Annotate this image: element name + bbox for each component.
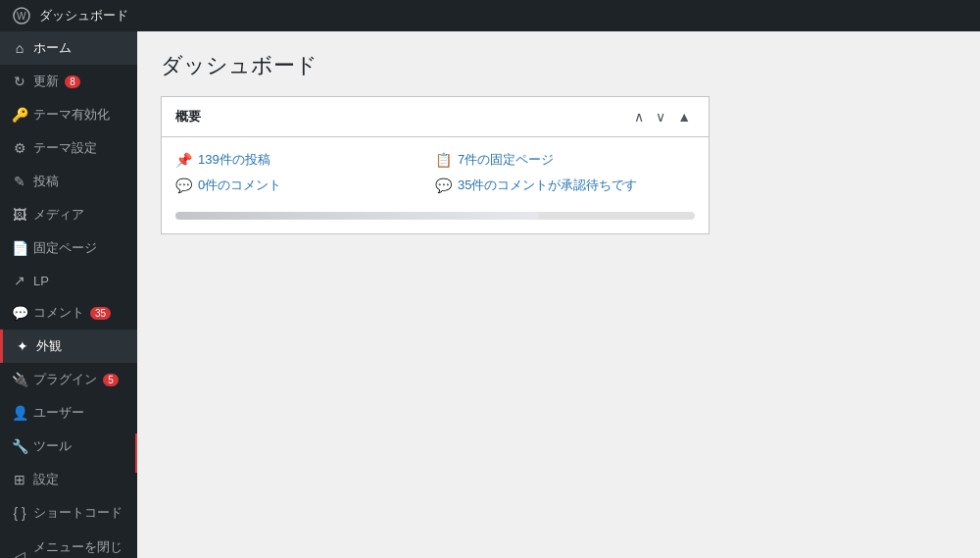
update-icon: ↻	[12, 74, 27, 89]
overview-widget: 概要 ∧ ∨ ▲ 📌 139件の投稿 💬	[161, 96, 710, 234]
sidebar-item-media[interactable]: 🖼 メディア	[0, 198, 137, 231]
sidebar-item-theme-activate[interactable]: 🔑 テーマ有効化	[0, 98, 137, 131]
wp-logo: W	[12, 6, 31, 25]
stat-posts: 📌 139件の投稿	[175, 151, 435, 169]
theme-activate-label: テーマ有効化	[33, 106, 110, 124]
stat-col-left: 📌 139件の投稿 💬 0件のコメント	[175, 151, 435, 202]
stat-pending-comments: 💬 35件のコメントが承認待ちです	[435, 177, 695, 194]
comments-label: コメント	[33, 304, 84, 322]
main-layout: ⌂ ホーム ↻ 更新 8 🔑 テーマ有効化 ⚙ テーマ設定 ✎ 投稿 🖼 メディ…	[0, 31, 980, 558]
sidebar-item-close-menu[interactable]: ◁ メニューを閉じる	[0, 530, 137, 558]
shortcode-label: ショートコード	[33, 504, 122, 522]
progress-bar	[175, 212, 695, 220]
sidebar-item-updates[interactable]: ↻ 更新 8	[0, 65, 137, 98]
comments-stat-link[interactable]: 0件のコメント	[198, 177, 281, 194]
widget-collapse-down-button[interactable]: ∨	[652, 107, 669, 127]
svg-text:W: W	[17, 11, 26, 22]
stat-col-right: 📋 7件の固定ページ 💬 35件のコメントが承認待ちです	[435, 151, 695, 202]
stat-fixed-pages: 📋 7件の固定ページ	[435, 151, 695, 169]
media-label: メディア	[33, 206, 84, 224]
sidebar-item-appearance-wrapper: ✦ 外観 テーマ 3 パターン カスタマイズ	[0, 330, 137, 363]
comment-icon: 💬	[175, 178, 192, 193]
pending-comments-stat-link[interactable]: 35件のコメントが承認待ちです	[458, 177, 637, 194]
pending-comment-icon: 💬	[435, 178, 452, 193]
sidebar-item-shortcode[interactable]: { } ショートコード	[0, 496, 137, 530]
progress-bar-fill	[175, 212, 539, 220]
plugins-icon: 🔌	[12, 372, 27, 387]
media-icon: 🖼	[12, 207, 27, 223]
users-label: ユーザー	[33, 404, 84, 422]
stat-row: 📌 139件の投稿 💬 0件のコメント 📋 7件の固定ページ	[175, 151, 695, 202]
home-label: ホーム	[33, 39, 72, 57]
close-menu-icon: ◁	[12, 548, 27, 558]
page-title: ダッシュボード	[161, 51, 956, 80]
update-label: 更新	[33, 73, 59, 90]
widget-collapse-up-button[interactable]: ∧	[630, 107, 648, 127]
settings-label: 設定	[33, 471, 59, 488]
comments-badge: 35	[90, 307, 111, 320]
sidebar-item-plugins[interactable]: 🔌 プラグイン 5	[0, 363, 137, 396]
sidebar-item-comments[interactable]: 💬 コメント 35	[0, 296, 137, 330]
appearance-label: 外観	[36, 337, 62, 355]
stat-comments: 💬 0件のコメント	[175, 177, 435, 194]
pages-icon: 📄	[12, 240, 27, 256]
plugins-badge: 5	[103, 374, 119, 386]
main-content: ダッシュボード 概要 ∧ ∨ ▲ 📌 139件の投稿	[137, 31, 980, 558]
sidebar-item-appearance[interactable]: ✦ 外観	[0, 330, 137, 363]
pages-stat-icon: 📋	[435, 152, 452, 168]
sidebar-item-lp[interactable]: ↗ LP	[0, 265, 137, 296]
sidebar-item-settings[interactable]: ⊞ 設定	[0, 463, 137, 496]
widget-controls: ∧ ∨ ▲	[630, 107, 695, 127]
widget-title: 概要	[175, 108, 201, 126]
pages-label: 固定ページ	[33, 239, 97, 257]
comments-icon: 💬	[12, 305, 27, 321]
gear-icon: ⚙	[12, 140, 27, 156]
theme-activate-icon: 🔑	[12, 107, 27, 123]
widget-toggle-button[interactable]: ▲	[673, 107, 695, 127]
posts-icon: ✎	[12, 174, 27, 189]
widget-box-header: 概要 ∧ ∨ ▲	[162, 97, 709, 137]
lp-icon: ↗	[12, 273, 27, 288]
posts-stat-link[interactable]: 139件の投稿	[198, 151, 270, 169]
posts-label: 投稿	[33, 173, 59, 190]
admin-bar: W ダッシュボード	[0, 0, 980, 31]
update-badge: 8	[65, 76, 80, 88]
sidebar-item-tools[interactable]: 🔧 ツール	[0, 430, 137, 463]
tools-label: ツール	[33, 437, 72, 455]
users-icon: 👤	[12, 405, 27, 421]
appearance-icon: ✦	[15, 338, 30, 354]
close-menu-label: メニューを閉じる	[33, 538, 125, 558]
admin-bar-title: ダッシュボード	[39, 7, 128, 25]
theme-settings-label: テーマ設定	[33, 139, 97, 157]
fixed-pages-stat-link[interactable]: 7件の固定ページ	[458, 151, 554, 169]
sidebar-item-home[interactable]: ⌂ ホーム	[0, 31, 137, 65]
lp-label: LP	[33, 274, 49, 288]
settings-icon: ⊞	[12, 472, 27, 487]
sidebar-item-theme-settings[interactable]: ⚙ テーマ設定	[0, 131, 137, 165]
shortcode-icon: { }	[12, 505, 27, 521]
home-icon: ⌂	[12, 40, 27, 56]
plugins-label: プラグイン	[33, 371, 97, 388]
pin-icon: 📌	[175, 152, 192, 168]
sidebar-item-posts[interactable]: ✎ 投稿	[0, 165, 137, 198]
tools-icon: 🔧	[12, 438, 27, 454]
widget-box-content: 📌 139件の投稿 💬 0件のコメント 📋 7件の固定ページ	[162, 137, 709, 233]
sidebar-item-pages[interactable]: 📄 固定ページ	[0, 231, 137, 265]
sidebar: ⌂ ホーム ↻ 更新 8 🔑 テーマ有効化 ⚙ テーマ設定 ✎ 投稿 🖼 メディ…	[0, 31, 137, 558]
sidebar-item-users[interactable]: 👤 ユーザー	[0, 396, 137, 430]
